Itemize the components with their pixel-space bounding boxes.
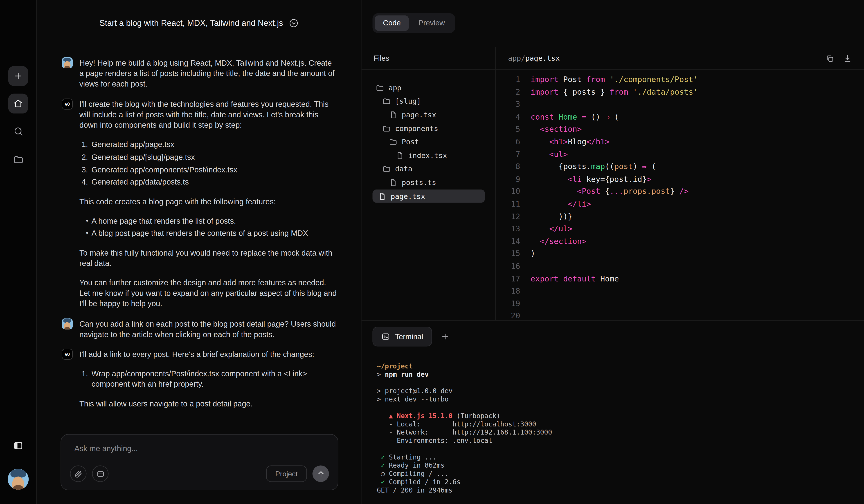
list-marker: 4. <box>82 177 91 187</box>
code-view: 1import Post from './components/Post'2im… <box>496 70 864 319</box>
workspace-body: Files app[slug]page.tsxcomponentsPostind… <box>362 47 864 320</box>
code-line: 19 <box>496 297 864 309</box>
panel-toggle-icon <box>13 440 24 451</box>
arrow-up-icon <box>316 470 325 478</box>
attach-file-button[interactable] <box>70 465 86 482</box>
home-button[interactable] <box>8 94 28 113</box>
terminal-line: ✓ Ready in 862ms <box>377 462 864 470</box>
list-item-text: Wrap app/components/Post/index.tsx compo… <box>92 369 338 390</box>
message-content: Can you add a link on each post to the b… <box>80 318 338 349</box>
file-tree-item[interactable]: page.tsx <box>373 108 485 122</box>
line-content: ) <box>530 247 535 260</box>
folder-icon <box>383 165 391 173</box>
chevron-down-circle-icon <box>288 18 298 28</box>
line-number: 14 <box>496 235 520 247</box>
chat-header: Start a blog with React, MDX, Tailwind a… <box>37 0 361 46</box>
line-content: </li> <box>530 198 591 210</box>
projects-button[interactable] <box>8 149 28 169</box>
v0-app: Start a blog with React, MDX, Tailwind a… <box>0 0 864 504</box>
list-marker: • <box>86 216 91 226</box>
new-chat-button[interactable] <box>8 66 28 86</box>
user-account-avatar[interactable] <box>8 469 28 490</box>
home-icon <box>13 99 23 109</box>
terminal-line: > project@1.0.0 dev <box>377 387 864 396</box>
file-tree: app[slug]page.tsxcomponentsPostindex.tsx… <box>362 70 495 203</box>
list-item-text: Generated app/[slug]/page.tsx <box>92 152 338 162</box>
terminal-line: ▲ Next.js 15.1.0 (Turbopack) <box>377 412 864 420</box>
line-number: 20 <box>496 310 520 319</box>
code-line: 7 <ul> <box>496 148 864 160</box>
list-item: 2.Generated app/[slug]/page.tsx <box>80 152 338 162</box>
file-icon <box>396 151 404 160</box>
line-content: ))} <box>530 210 573 223</box>
message-content: I'll create the blog with the technologi… <box>80 98 338 318</box>
file-tree-item[interactable]: posts.ts <box>373 176 485 189</box>
line-number: 11 <box>496 198 520 210</box>
file-icon <box>389 111 397 119</box>
message-paragraph: This code creates a blog page with the f… <box>80 196 338 207</box>
code-line: 2import { posts } from './data/posts' <box>496 86 864 98</box>
line-number: 17 <box>496 272 520 285</box>
terminal-line: ○ Compiling / ... <box>377 470 864 478</box>
code-line: 6 <h1>Blog</h1> <box>496 136 864 148</box>
file-icon <box>389 179 397 187</box>
file-tree-item[interactable]: index.tsx <box>373 149 485 162</box>
search-button[interactable] <box>8 121 28 141</box>
line-number: 4 <box>496 111 520 123</box>
file-tree-item[interactable]: data <box>373 162 485 176</box>
line-content: <ul> <box>530 148 568 160</box>
chat-panel: Start a blog with React, MDX, Tailwind a… <box>37 0 361 504</box>
line-number: 7 <box>496 148 520 160</box>
chat-message: v0I'll add a link to every post. Here's … <box>62 349 338 418</box>
chat-title-menu[interactable] <box>288 18 298 28</box>
file-path-name: page.tsx <box>525 54 560 62</box>
file-tree-item[interactable]: page.tsx <box>373 189 485 203</box>
line-number: 8 <box>496 160 520 173</box>
line-content <box>530 285 535 297</box>
copy-code-button[interactable] <box>826 54 834 62</box>
line-number: 2 <box>496 86 520 98</box>
list-item: 1.Generated app/page.tsx <box>80 139 338 150</box>
list-item-text: A home page that renders the list of pos… <box>92 216 338 226</box>
terminal-tab[interactable]: Terminal <box>373 327 432 346</box>
device-preview-button[interactable] <box>92 465 108 482</box>
folder-icon <box>376 84 384 92</box>
list-item-text: Generated app/data/posts.ts <box>92 177 338 187</box>
composer-toolbar: Project <box>70 465 329 482</box>
line-number: 19 <box>496 297 520 309</box>
tab-preview[interactable]: Preview <box>410 15 453 30</box>
project-button[interactable]: Project <box>266 465 307 482</box>
folder-icon <box>383 124 391 133</box>
message-paragraph: Hey! Help me build a blog using React, M… <box>80 58 338 89</box>
tab-code[interactable]: Code <box>375 15 409 30</box>
file-tree-item[interactable]: app <box>373 81 485 95</box>
new-terminal-button[interactable] <box>437 329 453 344</box>
file-tree-item[interactable]: Post <box>373 135 485 149</box>
code-line: 11 </li> <box>496 198 864 210</box>
editor-actions <box>826 54 852 62</box>
folder-icon <box>383 97 391 106</box>
list-marker: 3. <box>82 164 91 175</box>
line-number: 12 <box>496 210 520 223</box>
file-tree-item[interactable]: [slug] <box>373 95 485 108</box>
app-sidebar <box>0 0 37 504</box>
folder-icon <box>383 124 391 133</box>
avatar-face <box>64 61 70 68</box>
list-item-text: Generated app/page.tsx <box>92 139 338 150</box>
list-item-text: Generated app/components/Post/index.tsx <box>92 164 338 175</box>
file-tree-item[interactable]: components <box>373 122 485 135</box>
chat-message: Can you add a link on each post to the b… <box>62 318 338 349</box>
files-panel-title: Files <box>362 47 495 70</box>
paperclip-icon <box>74 470 82 478</box>
line-content: import Post from './components/Post' <box>530 73 698 86</box>
list-item-text: A blog post page that renders the conten… <box>92 228 338 239</box>
chat-input[interactable]: Ask me anything... <box>74 444 327 453</box>
download-code-button[interactable] <box>843 54 852 62</box>
terminal-line <box>377 404 864 412</box>
list-marker: 2. <box>82 152 91 162</box>
send-message-button[interactable] <box>313 465 329 482</box>
line-content: export default Home <box>530 272 619 285</box>
panel-toggle-button[interactable] <box>8 436 28 455</box>
code-line: 4const Home = () ⇒ ( <box>496 111 864 123</box>
sidebar-bottom <box>8 436 28 504</box>
